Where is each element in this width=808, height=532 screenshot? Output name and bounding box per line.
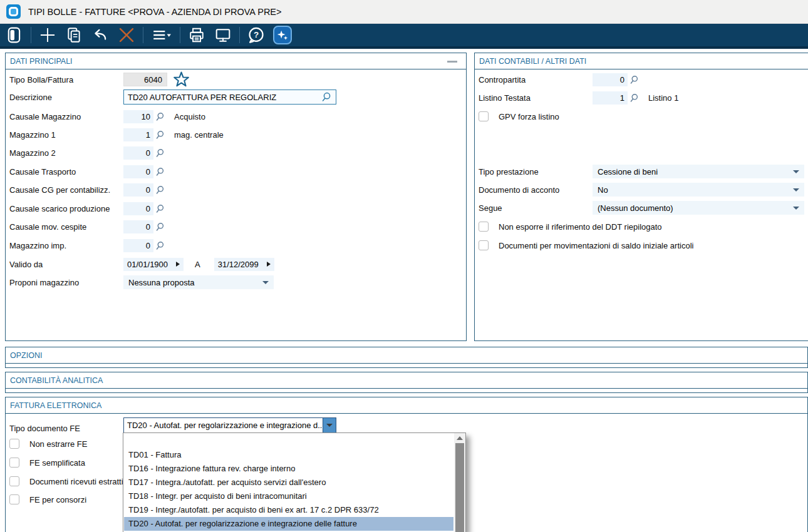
copy-icon	[66, 27, 82, 43]
section-header-dati-principali[interactable]: DATI PRINCIPALI	[6, 53, 466, 69]
non-estrarre-fe-checkbox[interactable]	[9, 439, 19, 449]
magazzino-imp-input[interactable]: 0	[123, 239, 153, 252]
dropdown-option[interactable]: TD01 - Fattura	[124, 448, 453, 462]
section-header-fattura-elettronica[interactable]: FATTURA ELETTRONICA	[6, 397, 807, 414]
dropdown-option-selected[interactable]: TD20 - Autofat. per regolarizzazione e i…	[124, 517, 453, 531]
field-row-magazzino-imp: Magazzino imp. 0	[9, 238, 464, 252]
dropdown-option[interactable]: TD19 - Integr./autofatt. per acquisto di…	[124, 503, 453, 517]
print-button[interactable]	[184, 24, 210, 46]
causale-magazzino-input[interactable]: 10	[123, 110, 153, 123]
valid-from-date-input[interactable]: 01/01/1900	[123, 258, 184, 271]
combo-dropdown-button[interactable]	[323, 418, 336, 432]
field-row-tipo-bolla: Tipo Bolla/Fattura 6040	[9, 73, 464, 86]
lookup-search-icon[interactable]	[630, 75, 640, 84]
toolbar-separator	[239, 27, 240, 43]
scrollbar-thumb[interactable]	[455, 443, 464, 532]
field-row-segue: Segue (Nessun documento)	[479, 201, 806, 215]
field-row-contropartita: Contropartita 0	[479, 73, 806, 86]
field-label: Causale Magazzino	[9, 112, 123, 121]
causale-cg-input[interactable]: 0	[123, 183, 153, 197]
segue-select[interactable]: (Nessun documento)	[593, 201, 804, 215]
assistant-sparkle-icon	[273, 26, 292, 44]
menu-button[interactable]	[147, 24, 177, 46]
lookup-search-icon[interactable]	[156, 148, 165, 158]
field-row-documento-acconto: Documento di acconto No	[479, 183, 806, 197]
saldo-iniziale-checkbox[interactable]	[479, 240, 489, 250]
new-button[interactable]	[34, 24, 61, 46]
monitor-button[interactable]	[210, 24, 236, 46]
help-button[interactable]: ?	[243, 24, 269, 46]
field-row-valido-da: Valido da 01/01/1900 A 31/12/2099	[9, 257, 464, 271]
lookup-search-icon[interactable]	[156, 222, 165, 232]
checkbox-row-saldo-iniziale: Documenti per movimentazioni di saldo in…	[479, 238, 806, 252]
lookup-search-icon[interactable]	[156, 112, 165, 121]
undo-button[interactable]	[87, 24, 113, 46]
magazzino-1-input[interactable]: 1	[123, 128, 153, 141]
section-title: OPZIONI	[10, 351, 42, 360]
fe-semplificata-checkbox[interactable]	[9, 458, 19, 468]
causale-trasporto-input[interactable]: 0	[123, 165, 153, 178]
proponi-magazzino-select[interactable]: Nessuna proposta	[123, 275, 274, 289]
descrizione-input[interactable]: TD20 AUTOFATTURA PER REGOLARIZ	[123, 90, 336, 105]
documenti-ricevuti-checkbox[interactable]	[9, 476, 19, 486]
panel-opzioni: OPZIONI	[5, 347, 808, 368]
contropartita-input[interactable]: 0	[593, 73, 628, 86]
section-title: CONTABILITÀ ANALITICA	[10, 376, 103, 385]
dropdown-option[interactable]: TD18 - Integr. per acquisto di beni intr…	[124, 489, 453, 503]
tipo-documento-fe-combobox[interactable]: TD20 - Autofat. per regolarizzazione e i…	[123, 417, 336, 433]
dropdown-scrollbar[interactable]	[454, 433, 465, 532]
print-icon	[189, 27, 205, 43]
collapse-icon[interactable]	[447, 61, 457, 63]
field-label: Causale CG per contabilizz.	[9, 185, 123, 195]
favorite-star-icon[interactable]	[173, 71, 190, 88]
lookup-search-icon[interactable]	[630, 93, 640, 103]
copy-button[interactable]	[61, 24, 87, 46]
monitor-icon	[215, 27, 231, 43]
app-window: TIPI BOLLE - FATTURE <PROVA - AZIENDA DI…	[0, 0, 808, 532]
field-label: Contropartita	[479, 75, 593, 84]
field-row-magazzino-2: Magazzino 2 0	[9, 146, 464, 160]
segue-value: (Nessun documento)	[598, 203, 673, 213]
date-spinner-icon[interactable]	[176, 262, 180, 267]
lookup-description: mag. centrale	[174, 130, 224, 140]
tipo-prestazione-value: Cessione di beni	[598, 167, 658, 176]
causale-scarico-input[interactable]: 0	[123, 202, 153, 215]
field-label: Tipo Bolla/Fattura	[9, 75, 123, 84]
tipo-prestazione-select[interactable]: Cessione di beni	[593, 165, 804, 178]
dropdown-option[interactable]: TD16 - Integrazione fattura rev. charge …	[124, 462, 453, 476]
checkbox-label: Documenti ricevuti estratti	[29, 477, 123, 486]
field-label: Listino Testata	[479, 93, 593, 103]
listino-testata-input[interactable]: 1	[593, 91, 628, 105]
valid-to-date-input[interactable]: 31/12/2099	[214, 258, 274, 271]
magazzino-2-input[interactable]: 0	[123, 146, 153, 160]
assistant-button[interactable]	[269, 24, 296, 46]
checkbox-label: GPV forza listino	[499, 112, 559, 121]
date-spinner-icon[interactable]	[267, 262, 271, 267]
add-icon	[39, 26, 56, 44]
checkbox-label: Documenti per movimentazioni di saldo in…	[499, 241, 693, 250]
lookup-search-icon[interactable]	[156, 130, 165, 140]
field-label: Descrizione	[9, 93, 123, 102]
scrollbar-up-button[interactable]	[454, 433, 465, 442]
documento-acconto-select[interactable]: No	[593, 183, 804, 197]
field-row-magazzino-1: Magazzino 1 1 mag. centrale	[9, 128, 464, 141]
section-header-dati-contabili[interactable]: DATI CONTABILI / ALTRI DATI	[475, 53, 808, 69]
field-row-proponi-magazzino: Proponi magazzino Nessuna proposta	[9, 275, 464, 289]
window-title: TIPI BOLLE - FATTURE <PROVA - AZIENDA DI…	[28, 7, 282, 17]
fe-consorzi-checkbox[interactable]	[9, 494, 19, 504]
delete-button[interactable]	[113, 24, 140, 46]
section-header-opzioni[interactable]: OPZIONI	[6, 347, 807, 364]
panel-toggle-button[interactable]	[1, 24, 28, 46]
lookup-search-icon[interactable]	[156, 241, 165, 250]
gpv-checkbox[interactable]	[479, 111, 489, 121]
ddt-checkbox[interactable]	[479, 222, 489, 232]
lookup-search-icon[interactable]	[156, 167, 165, 176]
lookup-search-icon[interactable]	[156, 204, 165, 213]
lookup-search-icon[interactable]	[156, 185, 165, 195]
section-title: FATTURA ELETTRONICA	[10, 401, 101, 410]
section-header-contabilita-analitica[interactable]: CONTABILITÀ ANALITICA	[6, 372, 807, 389]
search-icon[interactable]	[322, 92, 332, 102]
field-label: Valido da	[9, 260, 123, 269]
dropdown-option[interactable]: TD17 - Integra./autofatt. per acquisto s…	[124, 476, 453, 489]
causale-cespite-input[interactable]: 0	[123, 220, 153, 233]
